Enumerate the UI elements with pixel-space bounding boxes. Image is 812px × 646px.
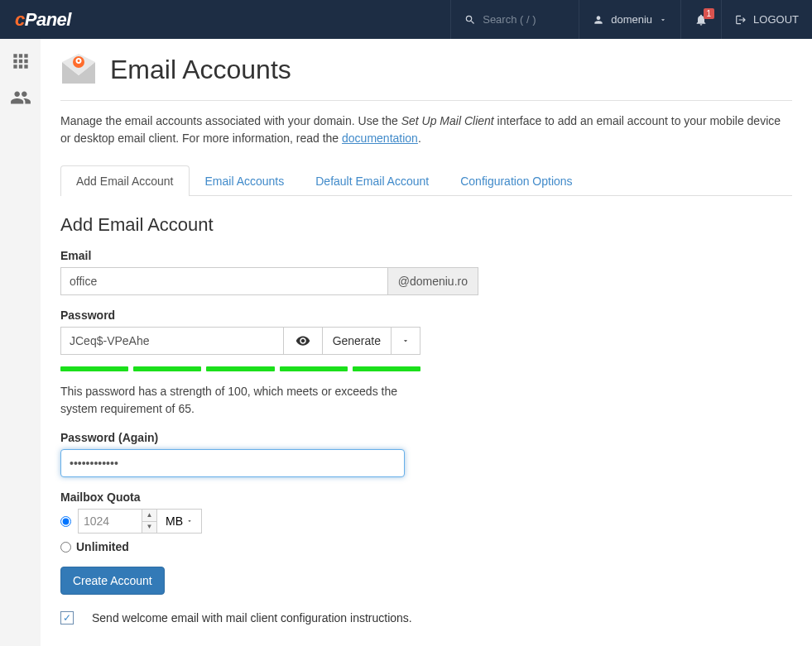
- section-title: Add Email Account: [60, 214, 792, 236]
- password-input[interactable]: [60, 327, 284, 355]
- quota-unlimited-option[interactable]: Unlimited: [60, 540, 792, 553]
- logout-icon: [735, 14, 747, 26]
- generate-password-button[interactable]: Generate: [323, 327, 392, 355]
- search-icon: [464, 14, 476, 26]
- tab-add-email-account[interactable]: Add Email Account: [60, 165, 190, 196]
- quota-unit-button[interactable]: MB: [157, 509, 202, 534]
- notification-badge: 1: [704, 8, 715, 19]
- page-title: Email Accounts: [110, 55, 291, 85]
- caret-down-icon: [186, 518, 193, 524]
- sidebar: [0, 39, 41, 646]
- quota-size-radio[interactable]: [60, 516, 71, 527]
- logout-label: LOGOUT: [753, 13, 799, 26]
- welcome-email-checkbox[interactable]: ✓: [60, 611, 74, 624]
- welcome-email-label: Send welcome email with mail client conf…: [92, 611, 412, 624]
- tab-default-email-account[interactable]: Default Email Account: [300, 165, 444, 196]
- tabs: Add Email Account Email Accounts Default…: [60, 165, 792, 196]
- password-strength-bar: [60, 366, 420, 371]
- tab-configuration-options[interactable]: Configuration Options: [444, 165, 588, 196]
- users-icon[interactable]: [10, 87, 31, 108]
- quota-spinner: ▲ ▼: [142, 509, 157, 534]
- email-label: Email: [60, 249, 792, 262]
- quota-size-input[interactable]: [78, 509, 142, 534]
- cpanel-logo[interactable]: cPanel: [0, 9, 86, 31]
- mailbox-quota-label: Mailbox Quota: [60, 490, 792, 504]
- caret-down-icon: [659, 16, 667, 24]
- quota-unlimited-radio[interactable]: [60, 542, 71, 553]
- notifications-button[interactable]: 1: [680, 0, 721, 39]
- email-accounts-icon: [60, 54, 97, 85]
- password-label: Password: [60, 309, 792, 322]
- search-input[interactable]: [483, 13, 565, 26]
- logout-button[interactable]: LOGOUT: [721, 0, 812, 39]
- quota-increment-button[interactable]: ▲: [142, 510, 156, 522]
- caret-down-icon: [401, 337, 410, 345]
- email-local-input[interactable]: [60, 267, 388, 295]
- user-icon: [593, 14, 604, 26]
- main-content: Email Accounts Manage the email accounts…: [41, 39, 812, 646]
- generate-options-button[interactable]: [392, 327, 420, 355]
- username-label: domeniu: [611, 13, 652, 26]
- apps-grid-icon[interactable]: [10, 50, 31, 72]
- documentation-link[interactable]: documentation: [342, 132, 418, 145]
- eye-icon: [295, 333, 310, 348]
- domain-addon[interactable]: @domeniu.ro: [388, 267, 478, 295]
- search-area[interactable]: [450, 0, 579, 39]
- password-visibility-button[interactable]: [284, 327, 323, 355]
- tab-email-accounts[interactable]: Email Accounts: [190, 165, 300, 196]
- password-again-input[interactable]: [60, 449, 405, 477]
- password-strength-text: This password has a strength of 100, whi…: [60, 383, 420, 418]
- topbar: cPanel domeniu 1 LOGOUT: [0, 0, 812, 39]
- intro-text: Manage the email accounts associated wit…: [60, 112, 792, 147]
- create-account-button[interactable]: Create Account: [60, 567, 165, 595]
- page-header: Email Accounts: [60, 54, 792, 101]
- password-again-label: Password (Again): [60, 431, 792, 444]
- quota-decrement-button[interactable]: ▼: [142, 522, 156, 534]
- user-menu[interactable]: domeniu: [579, 0, 680, 39]
